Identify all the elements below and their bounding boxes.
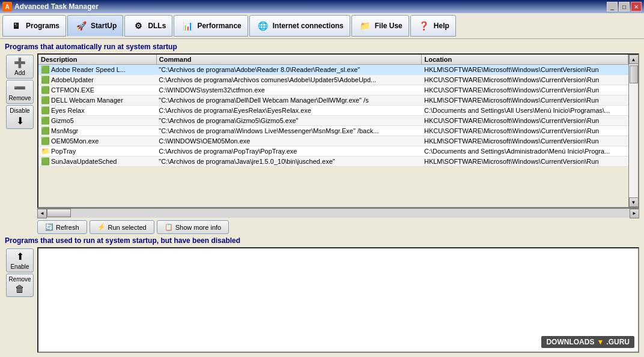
row-icon: 🟩 [41, 157, 50, 166]
minimize-button[interactable]: _ [607, 2, 618, 11]
tab-dlls[interactable]: ⚙ DLLs [124, 15, 172, 37]
bottom-remove-button[interactable]: Remove 🗑 [6, 274, 34, 297]
cell-location: HKCU\SOFTWARE\Microsoft\Windows\CurrentV… [422, 85, 628, 95]
run-selected-button[interactable]: ⚡ Run selected [90, 220, 154, 234]
dlls-icon: ⚙ [131, 19, 145, 33]
enable-button[interactable]: ⬆ Enable [6, 248, 34, 272]
scroll-up-btn[interactable]: ▲ [629, 55, 639, 64]
bottom-section: Programs that used to run at system star… [5, 236, 639, 353]
cell-location: C:\Documents and Settings\Administrador\… [422, 146, 628, 157]
cell-command: C:\WINDOWS\system32\ctfmon.exe [156, 85, 422, 95]
disable-icon: ⬇ [16, 115, 24, 127]
maximize-button[interactable]: □ [619, 2, 630, 11]
col-location: Location [422, 55, 628, 65]
cell-location: HKLM\SOFTWARE\Microsoft\Windows\CurrentV… [422, 95, 628, 106]
disable-button[interactable]: Disable ⬇ [6, 105, 34, 129]
cell-location: HKLM\SOFTWARE\Microsoft\Windows\CurrentV… [422, 65, 628, 75]
row-icon: 🟩 [41, 96, 50, 104]
run-selected-label: Run selected [108, 224, 147, 231]
row-icon: 🟩 [41, 76, 50, 84]
tab-internet[interactable]: 🌐 Internet connections [249, 15, 350, 37]
bottom-side-buttons: ⬆ Enable Remove 🗑 [5, 247, 35, 353]
cell-location: HKCU\SOFTWARE\Microsoft\Windows\CurrentV… [422, 126, 628, 136]
row-icon: 🟩 [41, 116, 50, 125]
cell-description: 🟩SunJavaUpdateSched [38, 157, 156, 167]
tab-programs[interactable]: 🖥 Programs [2, 15, 66, 37]
tab-help-label: Help [434, 22, 449, 30]
table-row[interactable]: 🟩SunJavaUpdateSched"C:\Archivos de progr… [38, 157, 628, 167]
close-button[interactable]: ✕ [631, 2, 642, 11]
show-more-info-label: Show more info [175, 224, 221, 231]
cell-command: "C:\Archivos de programa\Gizmo5\Gizmo5.e… [156, 116, 422, 126]
cell-command: "C:\Archivos de programa\Java\jre1.5.0_1… [156, 157, 422, 167]
cell-location: HKLM\SOFTWARE\Microsoft\Windows\CurrentV… [422, 157, 628, 167]
table-row[interactable]: 🟩AdobeUpdaterC:\Archivos de programa\Arc… [38, 75, 628, 85]
cell-description: 🟩Gizmo5 [38, 116, 156, 126]
startup-icon: 🚀 [74, 19, 88, 33]
top-section: Programs that automatically run at syste… [5, 43, 639, 234]
vertical-scrollbar[interactable]: ▲ ▼ [628, 55, 638, 207]
refresh-button[interactable]: 🔄 Refresh [37, 220, 87, 234]
title-bar: A Advanced Task Manager _ □ ✕ [0, 0, 644, 13]
tab-help[interactable]: ❓ Help [410, 15, 456, 37]
bottom-section-title: Programs that used to run at system star… [5, 236, 639, 245]
row-icon: 🟩 [41, 137, 50, 145]
cell-description: 🟩DELL Webcam Manager [38, 95, 156, 106]
tab-performance[interactable]: 📊 Performance [174, 15, 248, 37]
toolbar: 🖥 Programs 🚀 StartUp ⚙ DLLs 📊 Performanc… [0, 13, 644, 39]
scroll-down-btn[interactable]: ▼ [629, 197, 639, 207]
cell-command: "C:\Archivos de programa\Dell\Dell Webca… [156, 95, 422, 106]
startup-table: Description Command Location 🟩Adobe Read… [38, 55, 628, 167]
main-content: Programs that automatically run at syste… [0, 39, 644, 356]
tab-performance-label: Performance [197, 22, 241, 30]
cell-description: 🟩Eyes Relax [38, 106, 156, 116]
h-scroll-left[interactable]: ◄ [37, 209, 47, 218]
bottom-remove-label: Remove [8, 276, 31, 283]
startup-table-wrapper: Description Command Location 🟩Adobe Read… [37, 53, 639, 208]
row-icon: 📁 [41, 147, 50, 155]
scroll-thumb[interactable] [630, 65, 638, 83]
startup-table-scroll[interactable]: Description Command Location 🟩Adobe Read… [38, 55, 628, 207]
cell-command: C:\Archivos de programa\EyesRelax\EyesRe… [156, 106, 422, 116]
table-row[interactable]: 🟩OEM05Mon.exeC:\WINDOWS\OEM05Mon.exeHKLM… [38, 136, 628, 146]
top-section-title: Programs that automatically run at syste… [5, 43, 639, 51]
watermark-prefix: DOWNLOADS [546, 338, 594, 346]
table-row[interactable]: 🟩MsnMsgr"C:\Archivos de programa\Windows… [38, 126, 628, 136]
trash-icon: 🗑 [15, 284, 25, 295]
cell-description: 🟩OEM05Mon.exe [38, 136, 156, 146]
remove-button[interactable]: ➖ Remove [6, 80, 34, 104]
tab-fileuse[interactable]: 📁 File Use [351, 15, 409, 37]
col-command: Command [156, 55, 422, 65]
performance-icon: 📊 [180, 19, 195, 33]
table-row[interactable]: 🟩DELL Webcam Manager"C:\Archivos de prog… [38, 95, 628, 106]
cell-description: 🟩Adobe Reader Speed L... [38, 65, 156, 75]
cell-location: HKCU\SOFTWARE\Microsoft\Windows\CurrentV… [422, 116, 628, 126]
cell-command: C:\WINDOWS\OEM05Mon.exe [156, 136, 422, 146]
add-label: Add [14, 70, 25, 76]
h-scroll-thumb[interactable] [47, 209, 71, 217]
info-icon: 📋 [165, 223, 173, 231]
table-row[interactable]: 📁PopTrayC:\Archivos de programa\PopTray\… [38, 146, 628, 157]
table-area: Description Command Location 🟩Adobe Read… [37, 53, 639, 234]
h-scroll-right[interactable]: ► [630, 209, 639, 218]
cell-location: HKLM\SOFTWARE\Microsoft\Windows\CurrentV… [422, 136, 628, 146]
tab-startup[interactable]: 🚀 StartUp [67, 15, 123, 37]
table-row[interactable]: 🟩CTFMON.EXEC:\WINDOWS\system32\ctfmon.ex… [38, 85, 628, 95]
title-bar-text: Advanced Task Manager [14, 2, 607, 11]
cell-command: C:\Archivos de programa\Archivos comunes… [156, 75, 422, 85]
table-row[interactable]: 🟩Eyes RelaxC:\Archivos de programa\EyesR… [38, 106, 628, 116]
remove-icon: ➖ [14, 82, 26, 94]
action-buttons: 🔄 Refresh ⚡ Run selected 📋 Show more inf… [37, 220, 639, 234]
table-row[interactable]: 🟩Adobe Reader Speed L..."C:\Archivos de … [38, 65, 628, 75]
h-scroll-track[interactable] [47, 209, 630, 218]
row-icon: 🟩 [41, 65, 50, 74]
table-row[interactable]: 🟩Gizmo5"C:\Archivos de programa\Gizmo5\G… [38, 116, 628, 126]
fileuse-icon: 📁 [358, 19, 372, 33]
add-button[interactable]: ➕ Add [6, 55, 34, 79]
tab-fileuse-label: File Use [375, 22, 402, 30]
refresh-label: Refresh [56, 224, 79, 231]
horizontal-scrollbar[interactable]: ◄ ► [37, 208, 639, 218]
top-side-buttons: ➕ Add ➖ Remove Disable ⬇ [5, 53, 35, 234]
watermark-suffix: .GURU [606, 338, 630, 346]
show-more-info-button[interactable]: 📋 Show more info [157, 220, 229, 234]
